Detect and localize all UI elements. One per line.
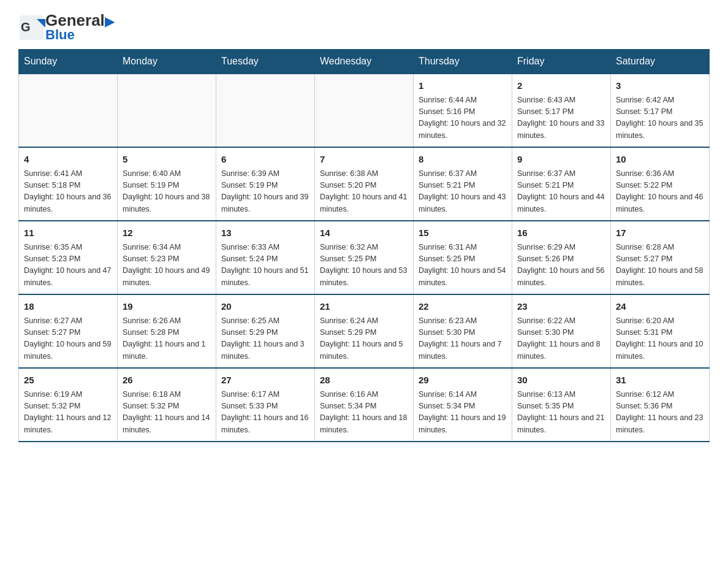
calendar-cell-w3-d1: 11Sunrise: 6:35 AMSunset: 5:23 PMDayligh…: [19, 221, 118, 294]
day-number: 7: [320, 153, 408, 167]
header-thursday: Thursday: [414, 50, 512, 74]
calendar-cell-w3-d7: 17Sunrise: 6:28 AMSunset: 5:27 PMDayligh…: [611, 221, 710, 294]
day-number: 2: [517, 79, 605, 93]
calendar-cell-w3-d2: 12Sunrise: 6:34 AMSunset: 5:23 PMDayligh…: [118, 221, 216, 294]
calendar-table: SundayMondayTuesdayWednesdayThursdayFrid…: [18, 49, 710, 442]
calendar-cell-w4-d4: 21Sunrise: 6:24 AMSunset: 5:29 PMDayligh…: [315, 294, 414, 368]
logo-icon: G: [18, 14, 45, 41]
day-number: 31: [616, 373, 704, 388]
calendar-week-2: 4Sunrise: 6:41 AMSunset: 5:18 PMDaylight…: [19, 147, 710, 221]
day-number: 8: [419, 153, 507, 167]
day-number: 27: [221, 373, 309, 388]
calendar-cell-w5-d7: 31Sunrise: 6:12 AMSunset: 5:36 PMDayligh…: [611, 368, 710, 442]
calendar-cell-w2-d1: 4Sunrise: 6:41 AMSunset: 5:18 PMDaylight…: [19, 147, 118, 221]
calendar-cell-w2-d4: 7Sunrise: 6:38 AMSunset: 5:20 PMDaylight…: [315, 147, 414, 221]
day-number: 4: [24, 153, 112, 167]
day-info: Sunrise: 6:19 AMSunset: 5:32 PMDaylight:…: [24, 389, 112, 437]
logo: G General▶ Blue: [18, 12, 114, 43]
calendar-cell-w1-d4: [315, 74, 414, 147]
day-info: Sunrise: 6:13 AMSunset: 5:35 PMDaylight:…: [517, 389, 605, 437]
calendar-week-4: 18Sunrise: 6:27 AMSunset: 5:27 PMDayligh…: [19, 294, 710, 368]
day-info: Sunrise: 6:41 AMSunset: 5:18 PMDaylight:…: [24, 168, 112, 216]
day-number: 16: [517, 226, 605, 240]
day-number: 26: [123, 373, 211, 388]
calendar-cell-w5-d1: 25Sunrise: 6:19 AMSunset: 5:32 PMDayligh…: [19, 368, 118, 442]
calendar-cell-w5-d4: 28Sunrise: 6:16 AMSunset: 5:34 PMDayligh…: [315, 368, 414, 442]
calendar-cell-w1-d1: [19, 74, 118, 147]
calendar-cell-w4-d6: 23Sunrise: 6:22 AMSunset: 5:30 PMDayligh…: [512, 294, 611, 368]
day-info: Sunrise: 6:38 AMSunset: 5:20 PMDaylight:…: [320, 168, 408, 216]
day-info: Sunrise: 6:27 AMSunset: 5:27 PMDaylight:…: [24, 315, 112, 363]
day-number: 19: [123, 300, 211, 314]
day-info: Sunrise: 6:39 AMSunset: 5:19 PMDaylight:…: [221, 168, 309, 216]
day-number: 22: [419, 300, 507, 314]
day-number: 6: [221, 153, 309, 167]
day-number: 18: [24, 300, 112, 314]
day-info: Sunrise: 6:17 AMSunset: 5:33 PMDaylight:…: [221, 389, 309, 437]
page-header: G General▶ Blue: [18, 12, 710, 43]
day-info: Sunrise: 6:26 AMSunset: 5:28 PMDaylight:…: [123, 315, 211, 363]
day-number: 24: [616, 300, 704, 314]
calendar-cell-w3-d5: 15Sunrise: 6:31 AMSunset: 5:25 PMDayligh…: [414, 221, 512, 294]
day-info: Sunrise: 6:37 AMSunset: 5:21 PMDaylight:…: [419, 168, 507, 216]
svg-text:G: G: [21, 20, 31, 34]
day-number: 25: [24, 373, 112, 388]
day-number: 12: [123, 226, 211, 240]
calendar-cell-w3-d3: 13Sunrise: 6:33 AMSunset: 5:24 PMDayligh…: [216, 221, 315, 294]
day-info: Sunrise: 6:31 AMSunset: 5:25 PMDaylight:…: [419, 242, 507, 289]
calendar-cell-w1-d5: 1Sunrise: 6:44 AMSunset: 5:16 PMDaylight…: [414, 74, 512, 147]
logo-triangle-icon: ▶: [105, 15, 114, 28]
day-info: Sunrise: 6:25 AMSunset: 5:29 PMDaylight:…: [221, 315, 309, 363]
calendar-cell-w3-d6: 16Sunrise: 6:29 AMSunset: 5:26 PMDayligh…: [512, 221, 611, 294]
day-info: Sunrise: 6:29 AMSunset: 5:26 PMDaylight:…: [517, 242, 605, 289]
day-info: Sunrise: 6:18 AMSunset: 5:32 PMDaylight:…: [123, 389, 211, 437]
day-number: 17: [616, 226, 704, 240]
day-info: Sunrise: 6:36 AMSunset: 5:22 PMDaylight:…: [616, 168, 704, 216]
calendar-cell-w5-d5: 29Sunrise: 6:14 AMSunset: 5:34 PMDayligh…: [414, 368, 512, 442]
day-info: Sunrise: 6:16 AMSunset: 5:34 PMDaylight:…: [320, 389, 408, 437]
header-sunday: Sunday: [19, 50, 118, 74]
calendar-cell-w1-d7: 3Sunrise: 6:42 AMSunset: 5:17 PMDaylight…: [611, 74, 710, 147]
day-info: Sunrise: 6:42 AMSunset: 5:17 PMDaylight:…: [616, 94, 704, 142]
calendar-header-row: SundayMondayTuesdayWednesdayThursdayFrid…: [19, 50, 710, 74]
calendar-cell-w2-d6: 9Sunrise: 6:37 AMSunset: 5:21 PMDaylight…: [512, 147, 611, 221]
day-info: Sunrise: 6:20 AMSunset: 5:31 PMDaylight:…: [616, 315, 704, 363]
day-number: 21: [320, 300, 408, 314]
day-number: 11: [24, 226, 112, 240]
day-info: Sunrise: 6:14 AMSunset: 5:34 PMDaylight:…: [419, 389, 507, 437]
day-info: Sunrise: 6:40 AMSunset: 5:19 PMDaylight:…: [123, 168, 211, 216]
header-wednesday: Wednesday: [315, 50, 414, 74]
day-number: 20: [221, 300, 309, 314]
calendar-cell-w5-d3: 27Sunrise: 6:17 AMSunset: 5:33 PMDayligh…: [216, 368, 315, 442]
day-number: 10: [616, 153, 704, 167]
calendar-cell-w4-d2: 19Sunrise: 6:26 AMSunset: 5:28 PMDayligh…: [118, 294, 216, 368]
calendar-cell-w2-d3: 6Sunrise: 6:39 AMSunset: 5:19 PMDaylight…: [216, 147, 315, 221]
calendar-cell-w5-d2: 26Sunrise: 6:18 AMSunset: 5:32 PMDayligh…: [118, 368, 216, 442]
calendar-cell-w1-d6: 2Sunrise: 6:43 AMSunset: 5:17 PMDaylight…: [512, 74, 611, 147]
calendar-cell-w3-d4: 14Sunrise: 6:32 AMSunset: 5:25 PMDayligh…: [315, 221, 414, 294]
day-number: 30: [517, 373, 605, 388]
header-friday: Friday: [512, 50, 611, 74]
day-number: 5: [123, 153, 211, 167]
calendar-week-1: 1Sunrise: 6:44 AMSunset: 5:16 PMDaylight…: [19, 74, 710, 147]
day-number: 15: [419, 226, 507, 240]
calendar-cell-w4-d1: 18Sunrise: 6:27 AMSunset: 5:27 PMDayligh…: [19, 294, 118, 368]
day-info: Sunrise: 6:34 AMSunset: 5:23 PMDaylight:…: [123, 242, 211, 289]
day-number: 28: [320, 373, 408, 388]
day-info: Sunrise: 6:44 AMSunset: 5:16 PMDaylight:…: [419, 94, 507, 142]
header-saturday: Saturday: [611, 50, 710, 74]
day-info: Sunrise: 6:22 AMSunset: 5:30 PMDaylight:…: [517, 315, 605, 363]
day-number: 23: [517, 300, 605, 314]
calendar-cell-w2-d7: 10Sunrise: 6:36 AMSunset: 5:22 PMDayligh…: [611, 147, 710, 221]
day-info: Sunrise: 6:23 AMSunset: 5:30 PMDaylight:…: [419, 315, 507, 363]
day-info: Sunrise: 6:33 AMSunset: 5:24 PMDaylight:…: [221, 242, 309, 289]
day-info: Sunrise: 6:43 AMSunset: 5:17 PMDaylight:…: [517, 94, 605, 142]
day-info: Sunrise: 6:37 AMSunset: 5:21 PMDaylight:…: [517, 168, 605, 216]
day-number: 29: [419, 373, 507, 388]
calendar-cell-w4-d3: 20Sunrise: 6:25 AMSunset: 5:29 PMDayligh…: [216, 294, 315, 368]
calendar-cell-w4-d5: 22Sunrise: 6:23 AMSunset: 5:30 PMDayligh…: [414, 294, 512, 368]
day-number: 13: [221, 226, 309, 240]
calendar-cell-w2-d2: 5Sunrise: 6:40 AMSunset: 5:19 PMDaylight…: [118, 147, 216, 221]
day-info: Sunrise: 6:12 AMSunset: 5:36 PMDaylight:…: [616, 389, 704, 437]
header-monday: Monday: [118, 50, 216, 74]
